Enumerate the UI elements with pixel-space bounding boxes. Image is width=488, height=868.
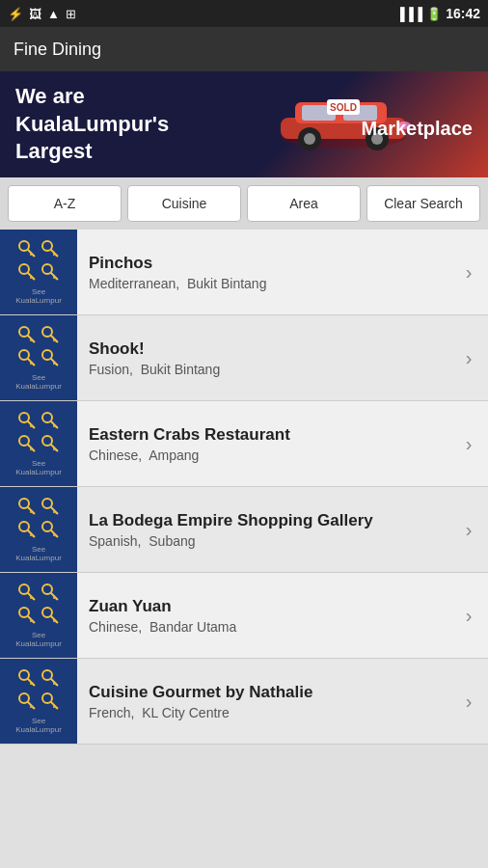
logo-small-text: SeeKualaLumpur — [15, 718, 62, 735]
restaurant-logo: SeeKualaLumpur — [0, 401, 77, 486]
filter-btn-az[interactable]: A-Z — [8, 185, 122, 222]
key-icon-tl — [16, 667, 38, 689]
chevron-right-icon: › — [457, 519, 488, 541]
restaurant-info: La Bodega Empire Shopping Gallery Spanis… — [77, 501, 457, 558]
restaurant-info: Shook! Fusion, Bukit Bintang — [77, 329, 457, 387]
svg-point-6 — [304, 133, 315, 145]
restaurant-list: SeeKualaLumpur Pinchos Mediterranean, Bu… — [0, 230, 488, 745]
logo-keys-grid — [16, 324, 61, 368]
wifi-icon: ▲ — [47, 7, 60, 21]
key-icon-bl — [16, 605, 38, 626]
restaurant-logo: SeeKualaLumpur — [0, 573, 77, 658]
banner-right: Marketplace — [361, 110, 473, 140]
sim-icon: ⊞ — [66, 7, 76, 21]
chevron-right-icon: › — [457, 691, 488, 713]
filter-btn-clear[interactable]: Clear Search — [366, 185, 480, 222]
restaurant-name: Shook! — [89, 339, 446, 360]
key-icon-tl — [16, 582, 38, 603]
key-icon-br — [40, 433, 61, 454]
logo-small-text: SeeKualaLumpur — [15, 632, 62, 649]
restaurant-item[interactable]: SeeKualaLumpur Zuan Yuan Chinese, Bandar… — [0, 573, 488, 659]
key-icon-br — [40, 519, 61, 540]
key-icon-bl — [16, 347, 38, 368]
key-icon-br — [40, 347, 61, 368]
restaurant-name: Pinchos — [89, 253, 446, 274]
logo-small-text: SeeKualaLumpur — [15, 288, 62, 306]
restaurant-info: Zuan Yuan Chinese, Bandar Utama — [77, 586, 457, 644]
restaurant-item[interactable]: SeeKualaLumpur Cuisine Gourmet by Nathal… — [0, 659, 488, 745]
key-icon-tl — [16, 410, 38, 431]
restaurant-item[interactable]: SeeKualaLumpur La Bodega Empire Shopping… — [0, 487, 488, 573]
image-icon: 🖼 — [29, 7, 41, 21]
restaurant-details: Spanish, Subang — [89, 533, 446, 549]
status-bar: ⚡ 🖼 ▲ ⊞ ▐▐▐ 🔋 16:42 — [0, 0, 488, 27]
page-title: Fine Dining — [14, 40, 101, 60]
logo-small-text: SeeKualaLumpur — [15, 546, 62, 563]
restaurant-details: Chinese, Bandar Utama — [89, 619, 446, 635]
restaurant-item[interactable]: SeeKualaLumpur Shook! Fusion, Bukit Bint… — [0, 315, 488, 401]
logo-keys-grid — [16, 582, 61, 626]
status-icons-right: ▐▐▐ 🔋 16:42 — [396, 6, 480, 21]
key-icon-tr — [40, 667, 61, 689]
key-icon-br — [40, 261, 61, 283]
banner-left-text: We are KualaLumpur's Largest — [15, 83, 228, 166]
banner-marketplace-text: Marketplace — [361, 118, 473, 140]
chevron-right-icon: › — [457, 433, 488, 455]
key-icon-tr — [40, 324, 61, 345]
key-icon-tl — [16, 496, 38, 517]
key-icon-bl — [16, 261, 38, 283]
restaurant-item[interactable]: SeeKualaLumpur Pinchos Mediterranean, Bu… — [0, 230, 488, 315]
restaurant-item[interactable]: SeeKualaLumpur Eastern Crabs Restaurant … — [0, 401, 488, 487]
key-icon-bl — [16, 691, 38, 712]
restaurant-logo: SeeKualaLumpur — [0, 487, 77, 572]
key-icon-bl — [16, 519, 38, 540]
key-icon-tl — [16, 324, 38, 345]
restaurant-details: Fusion, Bukit Bintang — [89, 362, 446, 377]
restaurant-details: Mediterranean, Bukit Bintang — [89, 276, 446, 291]
chevron-right-icon: › — [457, 347, 488, 369]
logo-keys-grid — [16, 238, 61, 283]
restaurant-name: Cuisine Gourmet by Nathalie — [89, 682, 446, 703]
battery-icon: 🔋 — [426, 7, 442, 21]
banner: We are KualaLumpur's Largest SOLD Market… — [0, 71, 488, 177]
key-icon-bl — [16, 433, 38, 454]
restaurant-details: Chinese, Ampang — [89, 448, 446, 463]
title-bar: Fine Dining — [0, 27, 488, 71]
key-icon-tr — [40, 238, 61, 259]
key-icon-tr — [40, 410, 61, 431]
logo-small-text: SeeKualaLumpur — [15, 460, 62, 477]
restaurant-info: Cuisine Gourmet by Nathalie French, KL C… — [77, 672, 457, 730]
status-time: 16:42 — [446, 6, 480, 21]
logo-keys-grid — [16, 410, 61, 454]
key-icon-tr — [40, 496, 61, 517]
key-icon-br — [40, 605, 61, 626]
svg-text:SOLD: SOLD — [330, 102, 357, 113]
restaurant-logo: SeeKualaLumpur — [0, 659, 77, 744]
restaurant-name: Eastern Crabs Restaurant — [89, 424, 446, 446]
restaurant-name: Zuan Yuan — [89, 596, 446, 617]
signal-icon: ▐▐▐ — [396, 7, 423, 21]
status-icons-left: ⚡ 🖼 ▲ ⊞ — [8, 7, 76, 21]
filter-bar: A-ZCuisineAreaClear Search — [0, 177, 488, 230]
usb-icon: ⚡ — [8, 7, 23, 21]
key-icon-br — [40, 691, 61, 712]
chevron-right-icon: › — [457, 605, 488, 627]
restaurant-info: Pinchos Mediterranean, Bukit Bintang — [77, 243, 457, 301]
key-icon-tl — [16, 238, 38, 259]
restaurant-logo: SeeKualaLumpur — [0, 315, 77, 400]
restaurant-details: French, KL City Centre — [89, 705, 446, 720]
restaurant-name: La Bodega Empire Shopping Gallery — [89, 510, 446, 531]
filter-btn-cuisine[interactable]: Cuisine — [127, 185, 241, 222]
chevron-right-icon: › — [457, 261, 488, 284]
logo-keys-grid — [16, 667, 61, 712]
logo-small-text: SeeKualaLumpur — [15, 374, 62, 392]
restaurant-logo: SeeKualaLumpur — [0, 230, 77, 314]
logo-keys-grid — [16, 496, 61, 540]
filter-btn-area[interactable]: Area — [247, 185, 361, 222]
key-icon-tr — [40, 582, 61, 603]
restaurant-info: Eastern Crabs Restaurant Chinese, Ampang — [77, 415, 457, 473]
